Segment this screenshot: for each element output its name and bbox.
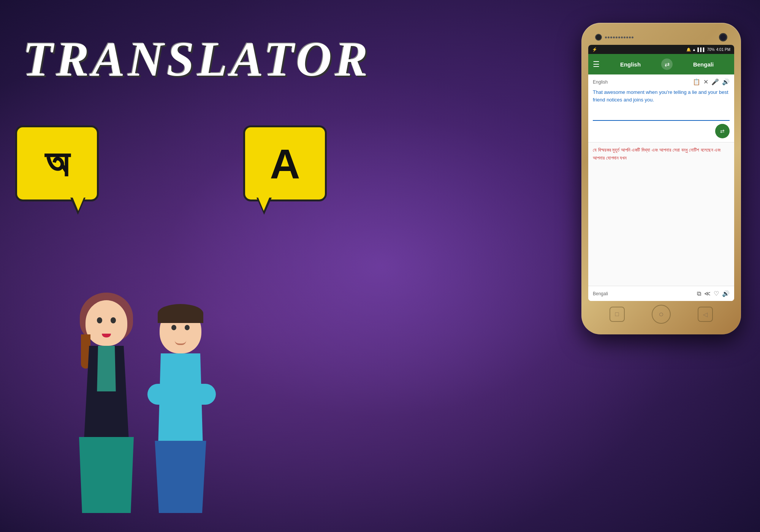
input-text[interactable]: That awesome moment when you're telling … (593, 89, 730, 117)
recent-apps-button[interactable]: □ (610, 307, 625, 322)
phone-body: ⚡ 🔔 ▲ ▌▌▌ 70% 4:01 PM ☰ English ⇄ Bengal… (581, 23, 741, 334)
female-shirt (96, 346, 117, 391)
female-eye-right (111, 317, 116, 323)
time-label: 4:01 PM (716, 48, 730, 52)
home-button[interactable]: ○ (652, 305, 671, 324)
output-text: যে বিস্ময়কর মুহূর্ত আপনি একটি মিথ্যা এব… (593, 146, 730, 162)
male-character (152, 308, 209, 513)
speaker-dot (608, 36, 610, 38)
male-eye-left (171, 325, 176, 330)
female-mouth (102, 334, 111, 337)
target-language-label[interactable]: Bengali (677, 61, 730, 68)
wifi-icon: ▲ (692, 48, 696, 52)
status-usb-icon: ⚡ (592, 47, 597, 52)
menu-icon[interactable]: ☰ (593, 60, 600, 69)
clear-input-icon[interactable]: ✕ (703, 78, 708, 86)
speaker-dot (616, 36, 618, 38)
bengali-letter: অ (44, 141, 70, 186)
phone-top (588, 30, 734, 45)
battery-label: 70% (707, 48, 715, 52)
speaker-dot (610, 36, 612, 38)
speaker-dot (621, 36, 623, 38)
speaker-dot (632, 36, 633, 38)
phone-device: ⚡ 🔔 ▲ ▌▌▌ 70% 4:01 PM ☰ English ⇄ Bengal… (581, 23, 741, 334)
speaker-dot (624, 36, 625, 38)
male-pants (152, 441, 209, 513)
english-letter: A (270, 139, 300, 188)
output-section: যে বিস্ময়কর মুহূর্ত আপনি একটি মিথ্যা এব… (588, 142, 734, 286)
speaker-dot (605, 36, 607, 38)
back-button[interactable]: ◁ (698, 307, 713, 322)
input-language-label: English (593, 79, 608, 85)
signal-icon: ▌▌▌ (697, 48, 705, 52)
male-eye-right (185, 325, 190, 330)
phone-screen: ⚡ 🔔 ▲ ▌▌▌ 70% 4:01 PM ☰ English ⇄ Bengal… (588, 45, 734, 301)
female-eyes (97, 317, 116, 323)
camera-area (595, 34, 633, 41)
female-eye-left (97, 317, 102, 323)
speaker-row (605, 36, 633, 38)
share-icon[interactable]: ≪ (704, 290, 711, 297)
status-icons: 🔔 ▲ ▌▌▌ 70% 4:01 PM (686, 48, 730, 52)
swap-icon: ⇄ (665, 61, 670, 68)
home-icon: ○ (659, 309, 663, 319)
copy-output-icon[interactable]: ⧉ (697, 290, 701, 297)
speaker-dot (618, 36, 620, 38)
app-header[interactable]: ☰ English ⇄ Bengali (588, 54, 734, 74)
recent-icon: □ (615, 311, 619, 318)
speaker-dot (626, 36, 628, 38)
front-camera-left (595, 34, 602, 41)
output-footer: Bengali ⧉ ≪ ♡ 🔊 (588, 286, 734, 301)
vibrate-icon: 🔔 (686, 48, 691, 52)
app-title: TRANSLATOR (23, 30, 371, 87)
female-skirt (76, 437, 137, 513)
favorite-icon[interactable]: ♡ (714, 290, 719, 297)
swap-languages-button[interactable]: ⇄ (661, 59, 673, 70)
translate-icon: ⇄ (720, 128, 725, 134)
bengali-bubble: অ (15, 125, 99, 201)
female-character (76, 300, 137, 513)
male-hair (158, 304, 203, 323)
source-language-label[interactable]: English (604, 61, 657, 68)
input-section: English 📋 ✕ 🎤 🔊 That awesome moment when… (588, 74, 734, 142)
translate-button-area: ⇄ (593, 120, 730, 138)
male-eyes (171, 325, 190, 330)
male-head (160, 308, 201, 353)
female-head (86, 300, 127, 346)
male-smile (175, 340, 186, 345)
status-bar: ⚡ 🔔 ▲ ▌▌▌ 70% 4:01 PM (588, 45, 734, 54)
input-label-row: English 📋 ✕ 🎤 🔊 (593, 78, 730, 86)
female-jacket (82, 346, 131, 437)
male-arms (147, 384, 216, 405)
characters-illustration (76, 300, 209, 513)
listen-input-icon[interactable]: 🔊 (722, 78, 730, 86)
male-torso-wrapper (156, 353, 205, 441)
listen-output-icon[interactable]: 🔊 (722, 290, 730, 297)
input-action-icons: 📋 ✕ 🎤 🔊 (693, 78, 730, 86)
back-icon: ◁ (703, 311, 708, 318)
mic-icon[interactable]: 🎤 (711, 78, 719, 86)
english-bubble: A (243, 125, 327, 201)
nav-buttons: □ ○ ◁ (588, 301, 734, 328)
translate-button[interactable]: ⇄ (715, 124, 730, 138)
output-language-label: Bengali (593, 291, 608, 296)
output-action-icons: ⧉ ≪ ♡ 🔊 (697, 290, 730, 297)
copy-input-icon[interactable]: 📋 (693, 78, 700, 86)
speaker-dot (613, 36, 615, 38)
front-camera-right (719, 33, 727, 41)
speaker-dot (629, 36, 631, 38)
